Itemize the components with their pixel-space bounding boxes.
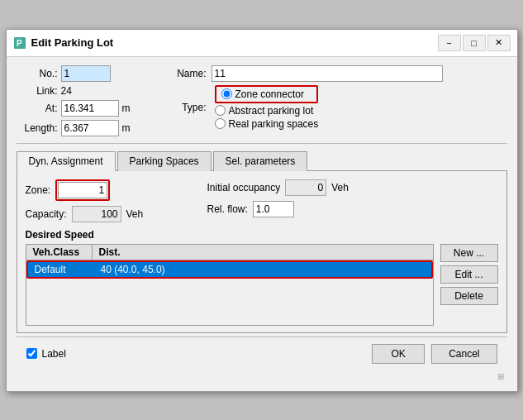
radio-real-parking-label: Real parking spaces — [229, 118, 319, 130]
top-section: No.: Link: 24 At: m Length: m — [17, 65, 507, 136]
ok-button[interactable]: OK — [372, 344, 425, 364]
cancel-button[interactable]: Cancel — [431, 344, 497, 364]
desired-speed-table-section: Veh.Class Dist. Default 40 (40.0, 45.0) — [26, 244, 434, 326]
zone-input-wrapper — [55, 179, 110, 201]
initial-occupancy-row: Initial occupancy Veh — [207, 179, 498, 196]
length-row: Length: m — [17, 120, 157, 136]
col-header-dist: Dist. — [93, 245, 433, 260]
right-fields: Name: Type: Zone connector — [170, 65, 507, 136]
length-input[interactable] — [61, 120, 119, 136]
link-value: 24 — [61, 85, 72, 97]
no-row: No.: — [17, 65, 157, 82]
zone-row: Zone: — [26, 179, 191, 201]
delete-button[interactable]: Delete — [440, 287, 498, 305]
capacity-input[interactable] — [72, 206, 121, 222]
name-input[interactable] — [212, 65, 443, 82]
link-label: Link: — [17, 85, 58, 97]
type-row: Type: Zone connector Abstract parking lo… — [170, 85, 507, 130]
title-bar-left: P Edit Parking Lot — [13, 36, 114, 50]
type-radio-group: Zone connector Abstract parking lot Real… — [215, 85, 319, 130]
initial-occupancy-label: Initial occupancy — [207, 182, 281, 193]
type-label: Type: — [170, 102, 207, 113]
tab-sel-parameters[interactable]: Sel. parameters — [213, 151, 308, 171]
capacity-label: Capacity: — [26, 208, 67, 220]
title-buttons: − □ ✕ — [438, 35, 511, 51]
link-row: Link: 24 — [17, 85, 157, 97]
zone-label: Zone: — [26, 184, 51, 196]
close-button[interactable]: ✕ — [487, 35, 511, 51]
tab-inner: Zone: Capacity: Veh Initial occupancy — [26, 179, 498, 222]
table-body: Default 40 (40.0, 45.0) — [26, 260, 434, 326]
capacity-row: Capacity: Veh — [26, 206, 191, 222]
length-label: Length: — [17, 122, 58, 134]
svg-text:P: P — [17, 39, 22, 48]
desired-speed-title: Desired Speed — [26, 229, 498, 241]
name-label: Name: — [170, 68, 207, 79]
label-checkbox-wrapper[interactable]: Label — [26, 348, 66, 360]
label-checkbox[interactable] — [26, 348, 37, 359]
bottom-bar: Label OK Cancel — [17, 336, 507, 370]
desired-speed-buttons: New ... Edit ... Delete — [440, 244, 498, 326]
divider-1 — [17, 143, 507, 144]
at-row: At: m — [17, 100, 157, 117]
cell-dist: 40 (40.0, 45.0) — [94, 262, 431, 277]
main-content: No.: Link: 24 At: m Length: m — [7, 57, 517, 391]
title-bar: P Edit Parking Lot − □ ✕ — [7, 30, 517, 57]
new-button[interactable]: New ... — [440, 244, 498, 262]
radio-zone-connector[interactable]: Zone connector — [221, 88, 304, 100]
col-header-veh-class: Veh.Class — [26, 245, 93, 260]
rel-flow-label: Rel. flow: — [207, 203, 248, 215]
tab-content-dyn-assignment: Zone: Capacity: Veh Initial occupancy — [17, 171, 507, 333]
length-unit: m — [122, 122, 131, 134]
tabs: Dyn. Assignment Parking Spaces Sel. para… — [17, 150, 507, 171]
no-input[interactable] — [61, 65, 111, 82]
desired-speed-body: Veh.Class Dist. Default 40 (40.0, 45.0) — [26, 244, 498, 326]
desired-speed-section: Desired Speed Veh.Class Dist. Default 40… — [26, 229, 498, 326]
tab-dyn-assignment[interactable]: Dyn. Assignment — [17, 151, 116, 171]
radio-zone-connector-label: Zone connector — [235, 88, 304, 100]
bottom-buttons: OK Cancel — [372, 344, 497, 364]
minimize-button[interactable]: − — [438, 35, 461, 51]
selected-row-border: Default 40 (40.0, 45.0) — [26, 260, 433, 279]
edit-parking-lot-window: P Edit Parking Lot − □ ✕ No.: Link: 24 — [6, 29, 518, 392]
at-unit: m — [122, 103, 131, 114]
radio-abstract-parking-label: Abstract parking lot — [229, 105, 314, 117]
zone-connector-option: Zone connector — [215, 85, 319, 103]
tab-parking-spaces[interactable]: Parking Spaces — [117, 151, 212, 171]
no-label: No.: — [17, 68, 58, 79]
resize-handle: ⊞ — [17, 370, 507, 383]
cell-veh-class: Default — [28, 262, 94, 277]
initial-occupancy-input[interactable] — [285, 179, 326, 196]
table-row[interactable]: Default 40 (40.0, 45.0) — [28, 262, 431, 277]
radio-abstract-parking-input[interactable] — [215, 105, 226, 116]
window-title: Edit Parking Lot — [31, 36, 114, 49]
maximize-button[interactable]: □ — [463, 35, 486, 51]
edit-button[interactable]: Edit ... — [440, 265, 498, 284]
app-icon: P — [13, 36, 26, 50]
radio-zone-connector-input[interactable] — [221, 88, 232, 99]
at-input[interactable] — [61, 100, 119, 117]
at-label: At: — [17, 103, 58, 114]
capacity-unit: Veh — [126, 208, 144, 220]
radio-real-parking-input[interactable] — [215, 118, 226, 129]
rel-flow-input[interactable] — [253, 201, 294, 217]
left-fields: No.: Link: 24 At: m Length: m — [17, 65, 157, 136]
tab-left: Zone: Capacity: Veh — [26, 179, 191, 222]
radio-abstract-parking[interactable]: Abstract parking lot — [215, 105, 319, 117]
name-row: Name: — [170, 65, 507, 82]
zone-input[interactable] — [58, 182, 107, 198]
radio-real-parking[interactable]: Real parking spaces — [215, 118, 319, 130]
rel-flow-row: Rel. flow: — [207, 201, 498, 217]
tab-right: Initial occupancy Veh Rel. flow: — [207, 179, 498, 222]
label-checkbox-label: Label — [42, 348, 66, 360]
table-header: Veh.Class Dist. — [26, 244, 434, 260]
initial-occupancy-unit: Veh — [331, 182, 349, 193]
